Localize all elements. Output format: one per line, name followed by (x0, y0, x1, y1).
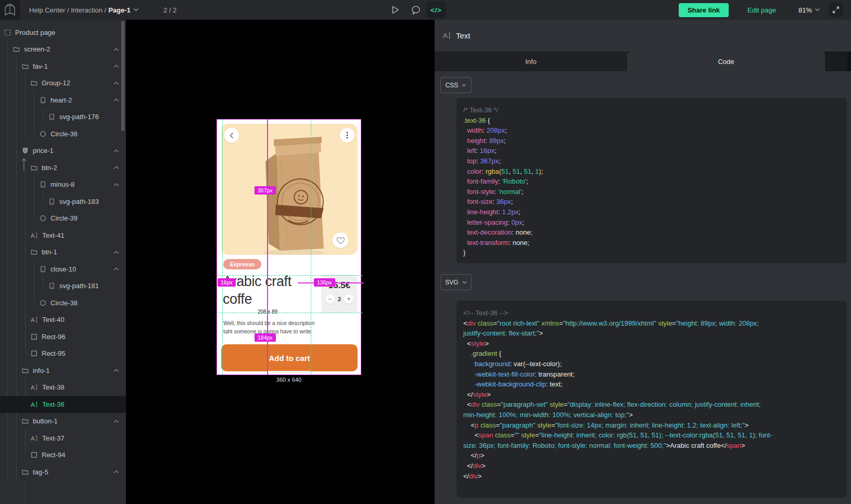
plus-button[interactable]: + (344, 294, 353, 304)
layer-row-button-1[interactable]: button-1 (0, 413, 126, 430)
css-format-dropdown[interactable]: CSS (440, 77, 472, 93)
chevron-up-icon[interactable] (113, 368, 126, 372)
back-button[interactable] (224, 128, 239, 143)
favorite-button[interactable] (333, 232, 348, 248)
code-line: line-height: 1.2px; (463, 207, 840, 217)
top-bar: Help Center / Interaction / Page-1 2 / 2… (0, 0, 851, 20)
svg-format-dropdown[interactable]: SVG (440, 274, 472, 290)
more-options-button[interactable] (340, 128, 354, 143)
chevron-up-icon[interactable] (113, 165, 126, 170)
play-button[interactable] (391, 0, 400, 20)
chevron-up-icon[interactable] (113, 250, 126, 254)
screen-size-label: 360 x 640 (266, 377, 311, 383)
rect-icon (31, 350, 37, 357)
code-line: width: 208px; (463, 125, 840, 136)
screen-frame[interactable]: Expresso Arabic craft coffe 208 x 89 16.… (217, 119, 361, 375)
chevron-up-icon[interactable] (113, 470, 126, 474)
layer-label: fav-1 (33, 62, 48, 70)
code-line: .gradient { (463, 348, 840, 359)
svg-text:A: A (443, 32, 448, 40)
code-line: top: 367px; (463, 156, 840, 166)
interaction-arrow-icon (21, 157, 27, 174)
layer-row-Text-41[interactable]: AText-41 (0, 227, 126, 244)
layer-row-btn-1[interactable]: btn-1 (0, 244, 126, 261)
text-icon: A (31, 316, 38, 323)
layer-row-Product page[interactable]: Product page (0, 24, 126, 41)
layer-row-Circle-38[interactable]: Circle-38 (0, 294, 126, 312)
inspector-panel: A Text Info Code CSS /* Text-36 */.text-… (435, 20, 851, 504)
code-line: letter-spacing: 0px; (463, 217, 840, 228)
layer-row-btn-2[interactable]: btn-2 (0, 159, 126, 176)
layer-row-Text-38[interactable]: AText-38 (0, 379, 126, 396)
folder-icon (22, 63, 29, 70)
file-icon (48, 113, 55, 120)
sidebar-scrollbar[interactable] (121, 21, 124, 131)
layer-label: Product page (15, 29, 55, 36)
code-line: <p class="paragraph" style="font-size: 1… (463, 420, 840, 431)
plus-icon: + (347, 296, 351, 302)
layer-row-screen-2[interactable]: screen-2 (0, 41, 126, 58)
chevron-up-icon[interactable] (113, 149, 126, 153)
layer-row-close-10[interactable]: close-10 (0, 261, 126, 278)
minus-button[interactable]: − (325, 294, 335, 304)
layer-row-tag-5[interactable]: tag-5 (0, 463, 126, 481)
layer-row-Rect-96[interactable]: Rect-96 (0, 328, 126, 345)
layer-row-svg-path-181[interactable]: svg-path-181 (0, 278, 126, 295)
breadcrumb-page[interactable]: Page-1 (108, 6, 131, 14)
css-code-card: /* Text-36 */.text-36 { width: 208px; he… (456, 98, 847, 263)
edit-page-link[interactable]: Edit page (747, 0, 776, 20)
layer-label: screen-2 (24, 45, 50, 53)
layer-row-svg-path-176[interactable]: svg-path-176 (0, 109, 126, 126)
code-line: font-size: 36px; (463, 197, 840, 207)
layer-row-info-1[interactable]: info-1 (0, 362, 126, 379)
app-logo[interactable] (0, 0, 20, 20)
svg-code-card: <!-- Text-36 --><div class="root rich-te… (456, 301, 847, 498)
file-icon (40, 97, 46, 104)
layer-label: svg-path-183 (59, 198, 99, 205)
tab-code[interactable]: Code (627, 51, 825, 71)
chevron-up-icon[interactable] (113, 183, 126, 187)
chevron-left-icon (230, 132, 234, 139)
add-to-cart-label: Add to cart (269, 354, 310, 363)
layer-row-Text-37[interactable]: AText-37 (0, 430, 126, 447)
code-line: min-height: 100%; min-width: 100%; verti… (463, 410, 840, 420)
layer-row-Group-12[interactable]: Group-12 (0, 75, 126, 92)
chevron-up-icon[interactable] (113, 419, 126, 423)
layer-label: Rect-95 (42, 350, 66, 357)
comment-button[interactable] (411, 0, 421, 20)
guide-line-bottom (217, 313, 363, 313)
layer-row-price-1[interactable]: price-1 (0, 143, 126, 160)
add-to-cart-button[interactable]: Add to cart (221, 344, 358, 371)
tab-info[interactable]: Info (435, 51, 627, 71)
layer-row-Circle-36[interactable]: Circle-36 (0, 125, 126, 143)
layer-row-fav-1[interactable]: fav-1 (0, 58, 126, 75)
code-line: </style> (463, 390, 840, 400)
quantity-stepper[interactable]: − 2 + (321, 294, 358, 304)
layer-row-Rect-94[interactable]: Rect-94 (0, 447, 126, 464)
fullscreen-button[interactable] (829, 3, 843, 17)
code-view-button[interactable]: </> (426, 2, 446, 18)
layer-row-Text-36[interactable]: AText-36 (0, 396, 126, 413)
chevron-down-icon[interactable] (133, 8, 139, 12)
layer-label: Text-37 (42, 434, 65, 442)
category-tag[interactable]: Expresso (223, 259, 261, 269)
code-line: </div> (463, 471, 840, 482)
layer-row-Circle-39[interactable]: Circle-39 (0, 210, 126, 227)
home-indicator (267, 371, 312, 373)
breadcrumb[interactable]: Help Center / Interaction / Page-1 (29, 0, 139, 20)
layer-label: Circle-36 (50, 130, 78, 138)
code-line: height: 89px; (463, 136, 840, 146)
product-title[interactable]: Arabic craft coffe (223, 273, 316, 308)
code-line: -webkit-background-clip: text; (463, 379, 840, 390)
chevron-up-icon[interactable] (113, 267, 126, 271)
layer-row-minus-8[interactable]: minus-8 (0, 176, 126, 193)
folder-icon (31, 249, 37, 255)
share-link-button[interactable]: Share link (679, 3, 729, 17)
layer-row-svg-path-183[interactable]: svg-path-183 (0, 193, 126, 210)
guide-line-top (217, 275, 363, 276)
layer-row-heart-2[interactable]: heart-2 (0, 92, 126, 109)
layer-row-Rect-95[interactable]: Rect-95 (0, 345, 126, 363)
zoom-control[interactable]: 81% (798, 0, 820, 20)
layer-row-Text-40[interactable]: AText-40 (0, 312, 126, 329)
design-canvas[interactable]: Expresso Arabic craft coffe 208 x 89 16.… (126, 20, 435, 504)
